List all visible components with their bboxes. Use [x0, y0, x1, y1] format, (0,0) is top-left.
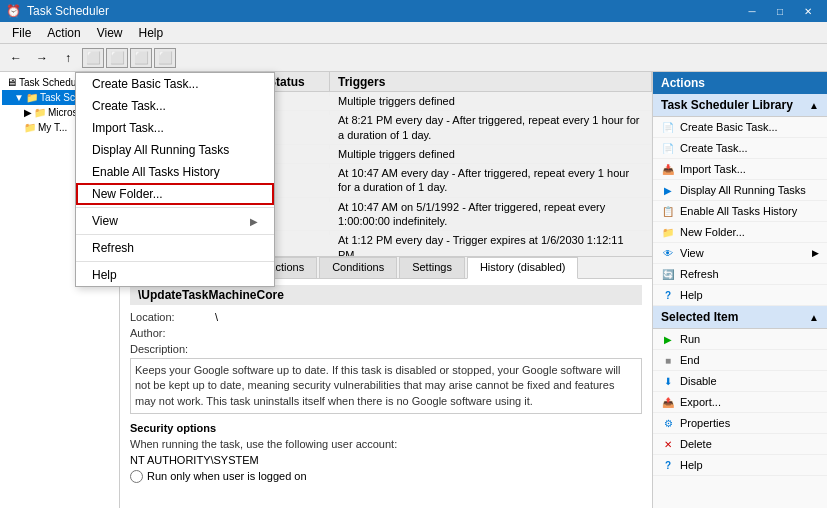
ctx-view-arrow: ▶ — [250, 216, 258, 227]
view-arrow: ▶ — [812, 248, 819, 258]
action-export[interactable]: 📤 Export... — [653, 392, 827, 413]
view-icon: 👁 — [661, 246, 675, 260]
action-create-basic-label: Create Basic Task... — [680, 121, 778, 133]
title-bar: ⏰ Task Scheduler ─ □ ✕ — [0, 0, 827, 22]
ctx-import-task[interactable]: Import Task... — [76, 117, 274, 139]
action-create-basic[interactable]: 📄 Create Basic Task... — [653, 117, 827, 138]
close-button[interactable]: ✕ — [795, 3, 821, 19]
ctx-sep3 — [76, 261, 274, 262]
action-end[interactable]: ■ End — [653, 350, 827, 371]
toolbar-btn2[interactable]: ⬜ — [106, 48, 128, 68]
main-layout: 🖥 Task Scheduler (Local) ▼ 📁 Task Scher.… — [0, 72, 827, 508]
menu-help[interactable]: Help — [131, 22, 172, 43]
action-view[interactable]: 👁 View ▶ — [653, 243, 827, 264]
properties-icon: ⚙ — [661, 416, 675, 430]
action-run[interactable]: ▶ Run — [653, 329, 827, 350]
ctx-help[interactable]: Help — [76, 264, 274, 286]
action-display-running[interactable]: ▶ Display All Running Tasks — [653, 180, 827, 201]
toolbar-btn3[interactable]: ⬜ — [130, 48, 152, 68]
action-refresh-label: Refresh — [680, 268, 719, 280]
action-display-running-label: Display All Running Tasks — [680, 184, 806, 196]
minimize-button[interactable]: ─ — [739, 3, 765, 19]
run-option-label: Run only when user is logged on — [147, 470, 642, 482]
title-controls: ─ □ ✕ — [739, 3, 821, 19]
cell-triggers-3: At 10:47 AM every day - After triggered,… — [330, 164, 652, 197]
disable-icon: ⬇ — [661, 374, 675, 388]
action-delete[interactable]: ✕ Delete — [653, 434, 827, 455]
menu-view[interactable]: View — [89, 22, 131, 43]
location-label: Location: — [130, 311, 215, 323]
task-name: \UpdateTaskMachineCore — [130, 285, 642, 305]
tab-settings[interactable]: Settings — [399, 257, 465, 278]
ctx-new-folder[interactable]: New Folder... — [76, 183, 274, 205]
author-label: Author: — [130, 327, 215, 339]
action-end-label: End — [680, 354, 700, 366]
action-disable[interactable]: ⬇ Disable — [653, 371, 827, 392]
create-basic-icon: 📄 — [661, 120, 675, 134]
action-view-label: View — [680, 247, 704, 259]
detail-content: \UpdateTaskMachineCore Location: \ Autho… — [120, 279, 652, 508]
run-option-radio[interactable] — [130, 470, 143, 483]
ctx-view-label: View — [92, 214, 118, 228]
action-create-task[interactable]: 📄 Create Task... — [653, 138, 827, 159]
tree-expand-arrow2: ▶ — [24, 107, 32, 118]
menu-action[interactable]: Action — [39, 22, 88, 43]
ctx-refresh[interactable]: Refresh — [76, 237, 274, 259]
tab-conditions[interactable]: Conditions — [319, 257, 397, 278]
cell-triggers-2: Multiple triggers defined — [330, 145, 652, 163]
action-create-task-label: Create Task... — [680, 142, 748, 154]
author-field: Author: — [130, 327, 642, 339]
action-run-label: Run — [680, 333, 700, 345]
location-value: \ — [215, 311, 642, 323]
end-icon: ■ — [661, 353, 675, 367]
ctx-display-running[interactable]: Display All Running Tasks — [76, 139, 274, 161]
maximize-button[interactable]: □ — [767, 3, 793, 19]
action-help-sel[interactable]: ? Help — [653, 455, 827, 476]
ctx-sep1 — [76, 207, 274, 208]
action-new-folder-label: New Folder... — [680, 226, 745, 238]
action-import-label: Import Task... — [680, 163, 746, 175]
action-new-folder[interactable]: 📁 New Folder... — [653, 222, 827, 243]
toolbar-back[interactable]: ← — [4, 47, 28, 69]
action-delete-label: Delete — [680, 438, 712, 450]
tab-history[interactable]: History (disabled) — [467, 257, 579, 279]
cell-triggers-4: At 10:47 AM on 5/1/1992 - After triggere… — [330, 198, 652, 231]
ctx-view[interactable]: View ▶ — [76, 210, 274, 232]
help-sel-icon: ? — [661, 458, 675, 472]
ctx-enable-history[interactable]: Enable All Tasks History — [76, 161, 274, 183]
action-enable-history[interactable]: 📋 Enable All Tasks History — [653, 201, 827, 222]
right-panel: Actions Task Scheduler Library ▲ 📄 Creat… — [652, 72, 827, 508]
header-triggers[interactable]: Triggers — [330, 72, 652, 91]
cell-triggers-1: At 8:21 PM every day - After triggered, … — [330, 111, 652, 144]
toolbar-btn4[interactable]: ⬜ — [154, 48, 176, 68]
toolbar-up[interactable]: ↑ — [56, 47, 80, 69]
user-account-label: When running the task, use the following… — [130, 438, 397, 450]
selected-section: Selected Item ▲ ▶ Run ■ End ⬇ Disable 📤 … — [653, 306, 827, 476]
action-properties[interactable]: ⚙ Properties — [653, 413, 827, 434]
description-value: Keeps your Google software up to date. I… — [130, 358, 642, 414]
toolbar: ← → ↑ ⬜ ⬜ ⬜ ⬜ — [0, 44, 827, 72]
library-section-header[interactable]: Task Scheduler Library ▲ — [653, 94, 827, 117]
menu-file[interactable]: File — [4, 22, 39, 43]
library-section-arrow: ▲ — [809, 100, 819, 111]
toolbar-btn1[interactable]: ⬜ — [82, 48, 104, 68]
display-running-icon: ▶ — [661, 183, 675, 197]
ctx-create-basic[interactable]: Create Basic Task... — [76, 73, 274, 95]
toolbar-forward[interactable]: → — [30, 47, 54, 69]
action-refresh[interactable]: 🔄 Refresh — [653, 264, 827, 285]
ctx-create-task[interactable]: Create Task... — [76, 95, 274, 117]
tree-mytasks-label: My T... — [38, 122, 67, 133]
run-option-field: Run only when user is logged on — [130, 470, 642, 483]
window-title: Task Scheduler — [27, 4, 109, 18]
action-help-lib[interactable]: ? Help — [653, 285, 827, 306]
action-help-sel-label: Help — [680, 459, 703, 471]
selected-section-arrow: ▲ — [809, 312, 819, 323]
folder-icon: 📁 — [26, 92, 38, 103]
user-account-value: NT AUTHORITY\SYSTEM — [130, 454, 642, 466]
description-label: Description: — [130, 343, 215, 355]
action-import[interactable]: 📥 Import Task... — [653, 159, 827, 180]
selected-section-header[interactable]: Selected Item ▲ — [653, 306, 827, 329]
enable-history-icon: 📋 — [661, 204, 675, 218]
create-task-icon: 📄 — [661, 141, 675, 155]
action-enable-history-label: Enable All Tasks History — [680, 205, 797, 217]
